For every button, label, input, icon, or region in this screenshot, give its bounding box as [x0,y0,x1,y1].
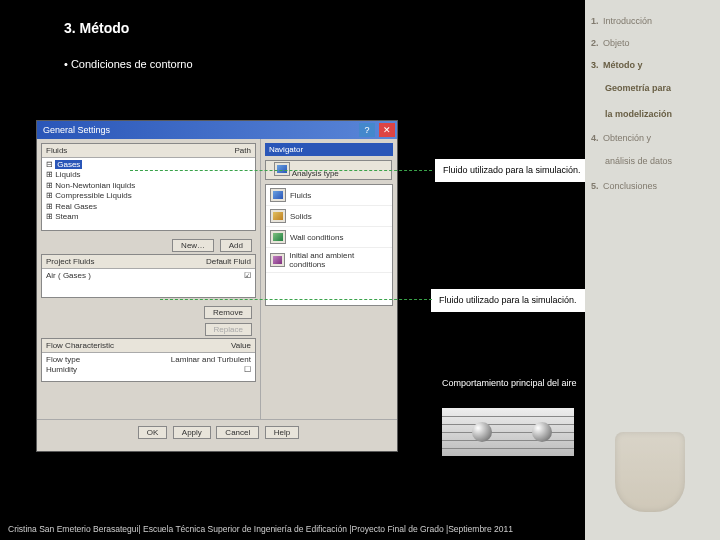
dialog-titlebar: General Settings ? ✕ [37,121,397,139]
toc-subitem: análisis de datos [591,149,714,175]
help-icon[interactable]: ? [359,123,375,137]
flow-header: Flow Characteristic Value [42,339,255,353]
university-crest-icon [615,432,685,512]
toc-subitem: la modelización [591,102,714,128]
dialog-title: General Settings [43,121,110,139]
initial-icon [270,253,285,267]
nav-item-solids[interactable]: Solids [266,206,392,227]
nav-item-wall[interactable]: Wall conditions [266,227,392,248]
slide-title: 3. Método [64,20,129,36]
toc-item[interactable]: 5.Conclusiones [591,175,714,197]
toc-item[interactable]: 4.Obtención y [591,127,714,149]
ok-button[interactable]: OK [138,426,168,439]
fluids-header: Fluids Path [42,144,255,158]
slide-subtitle: • Condiciones de contorno [64,58,193,70]
flow-row: Humidity ☐ [46,365,251,375]
wall-icon [270,230,286,244]
flow-row: Flow type Laminar and Turbulent [46,355,251,365]
nav-item-initial[interactable]: Initial and ambient conditions [266,248,392,273]
remove-button[interactable]: Remove [204,306,252,319]
airflow-image [442,408,574,456]
nav-item-fluids[interactable]: Fluids [266,185,392,206]
add-button[interactable]: Add [220,239,252,252]
toc-item[interactable]: 2.Objeto [591,32,714,54]
help-button[interactable]: Help [265,426,299,439]
solids-icon [270,209,286,223]
apply-button[interactable]: Apply [173,426,211,439]
toc-item[interactable]: 3.Método y [591,54,714,76]
fluids-icon [270,188,286,202]
analysis-icon [274,162,290,176]
toc-sidebar: 1.Introducción2.Objeto3.Método yGeometrí… [585,0,720,540]
cancel-button[interactable]: Cancel [216,426,259,439]
callout-box: Fluido utilizado para la simulación. [428,286,588,315]
arrow-line [160,299,432,300]
project-fluid-row[interactable]: Air ( Gases ) ☑ [42,269,255,283]
arrow-line [130,170,432,171]
project-fluids-header: Project Fluids Default Fluid [42,255,255,269]
callout-box: Fluido utilizado para la simulación. [432,156,592,185]
navigator-list: Fluids Solids Wall conditions Initial an… [265,184,393,306]
close-icon[interactable]: ✕ [379,123,395,137]
slide-footer: Cristina San Emeterio Berasategui| Escue… [8,524,513,534]
flow-caption: Comportamiento principal del aire [442,378,582,389]
toc-item[interactable]: 1.Introducción [591,10,714,32]
toc-subitem: Geometría para [591,76,714,102]
navigator-title: Navigator [265,143,393,156]
replace-button[interactable]: Replace [205,323,252,336]
new-button[interactable]: New… [172,239,214,252]
fluids-tree[interactable]: ⊟ Gases ⊞ Liquids ⊞ Non-Newtonian liquid… [42,158,255,224]
dialog-buttons: OK Apply Cancel Help [37,419,397,445]
